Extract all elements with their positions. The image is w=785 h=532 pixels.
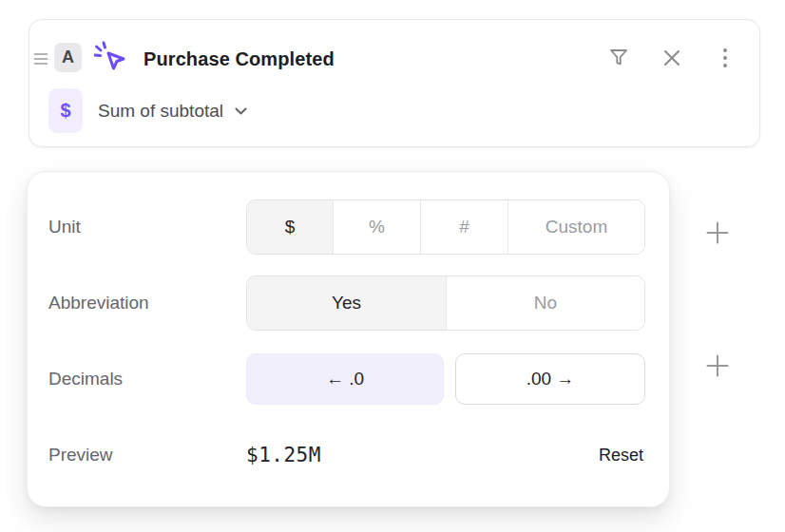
abbreviation-label: Abbreviation xyxy=(48,290,149,316)
preview-value: $1.25M xyxy=(246,441,321,469)
unit-option-number[interactable]: # xyxy=(420,200,507,254)
decimals-increase-button[interactable]: .00 → xyxy=(455,353,645,405)
unit-option-dollar[interactable]: $ xyxy=(247,200,333,254)
abbreviation-segmented-control: Yes No xyxy=(246,276,645,331)
abbreviation-option-no[interactable]: No xyxy=(446,276,644,330)
decimals-decrease-button[interactable]: ← .0 xyxy=(246,353,444,405)
more-options-button[interactable] xyxy=(710,43,740,73)
number-format-panel: Unit $ % # Custom Abbreviation Yes No De… xyxy=(27,171,670,507)
dollar-metric-icon: $ xyxy=(48,88,83,133)
add-item-button-bottom[interactable] xyxy=(700,349,735,383)
metric-dropdown-label: Sum of subtotal xyxy=(98,101,223,122)
unit-option-custom[interactable]: Custom xyxy=(507,200,644,254)
unit-segmented-control: $ % # Custom xyxy=(246,200,645,255)
funnel-icon xyxy=(607,47,630,69)
plus-icon xyxy=(706,354,729,377)
add-item-button-top[interactable] xyxy=(700,216,735,250)
filter-button[interactable] xyxy=(603,43,634,73)
event-card-actions xyxy=(603,43,740,73)
close-icon xyxy=(662,48,681,67)
decimals-label: Decimals xyxy=(48,366,123,392)
metric-row: $ Sum of subtotal xyxy=(48,88,251,133)
reset-button[interactable]: Reset xyxy=(599,442,643,468)
kebab-menu-icon xyxy=(723,48,727,67)
abbreviation-option-yes[interactable]: Yes xyxy=(247,276,446,330)
event-card: A Purchase Completed xyxy=(29,19,760,147)
unit-option-percent[interactable]: % xyxy=(333,200,420,254)
chevron-down-icon xyxy=(235,107,247,115)
grip-lines-icon xyxy=(33,51,48,66)
click-event-icon xyxy=(94,40,130,76)
metric-dropdown[interactable]: Sum of subtotal xyxy=(94,88,251,133)
plus-icon xyxy=(706,221,729,244)
unit-label: Unit xyxy=(48,214,81,240)
event-type-badge: A xyxy=(54,43,82,72)
close-button[interactable] xyxy=(657,43,687,73)
drag-handle-icon[interactable] xyxy=(33,51,48,66)
preview-label: Preview xyxy=(48,442,113,468)
event-title[interactable]: Purchase Completed xyxy=(144,46,335,72)
